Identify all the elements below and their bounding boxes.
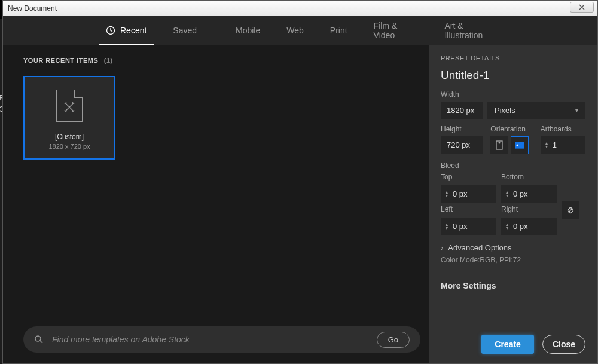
artboards-stepper[interactable]: ▴▾ bbox=[541, 136, 585, 154]
advanced-options-label: Advanced Options bbox=[448, 243, 511, 252]
tab-label: Film & Video bbox=[374, 21, 419, 40]
bleed-top-stepper[interactable]: ▴▾ bbox=[441, 185, 496, 203]
tab-print[interactable]: Print bbox=[317, 16, 361, 45]
bleed-top-input[interactable] bbox=[451, 185, 473, 203]
height-input[interactable] bbox=[441, 136, 483, 154]
stepper-arrows-icon[interactable]: ▴▾ bbox=[506, 191, 508, 198]
preset-dimensions: 1820 x 720 px bbox=[48, 143, 90, 150]
tab-art-illustration[interactable]: Art & Illustration bbox=[431, 16, 514, 45]
titlebar: New Document bbox=[3, 1, 597, 16]
stepper-arrows-icon[interactable]: ▴▾ bbox=[446, 223, 448, 230]
preset-card-custom[interactable]: [Custom] 1820 x 720 px bbox=[23, 76, 115, 160]
window-title: New Document bbox=[8, 4, 57, 13]
advanced-options-toggle[interactable]: › Advanced Options bbox=[441, 243, 585, 252]
artboards-input[interactable] bbox=[551, 136, 572, 154]
clock-icon bbox=[106, 26, 115, 35]
label-height: Height bbox=[441, 125, 486, 133]
window-close-button[interactable] bbox=[570, 2, 594, 13]
stepper-arrows-icon[interactable]: ▴▾ bbox=[446, 191, 448, 198]
svg-point-3 bbox=[499, 142, 501, 144]
stock-search-bar: Go bbox=[23, 326, 420, 353]
stock-search-input[interactable] bbox=[52, 335, 368, 344]
bleed-right-stepper[interactable]: ▴▾ bbox=[501, 218, 557, 235]
label-left: Left bbox=[441, 205, 496, 213]
portrait-icon bbox=[495, 140, 504, 151]
svg-point-5 bbox=[517, 145, 518, 146]
label-bottom: Bottom bbox=[501, 173, 557, 181]
document-icon bbox=[56, 90, 83, 122]
preset-name: [Custom] bbox=[55, 133, 84, 141]
chevron-right-icon: › bbox=[441, 243, 443, 252]
tab-recent[interactable]: Recent bbox=[93, 16, 160, 45]
bleed-left-input[interactable] bbox=[451, 218, 473, 235]
stepper-arrows-icon[interactable]: ▴▾ bbox=[506, 223, 508, 230]
tab-label: Art & Illustration bbox=[444, 21, 501, 40]
tab-label: Web bbox=[286, 26, 304, 35]
bleed-left-stepper[interactable]: ▴▾ bbox=[441, 218, 496, 235]
tab-label: Print bbox=[330, 26, 347, 35]
bleed-bottom-stepper[interactable]: ▴▾ bbox=[501, 185, 557, 203]
tab-mobile[interactable]: Mobile bbox=[222, 16, 273, 45]
orientation-landscape-button[interactable] bbox=[511, 136, 529, 154]
label-artboards: Artboards bbox=[541, 125, 585, 133]
recent-items-header: YOUR RECENT ITEMS (1) bbox=[23, 57, 408, 64]
close-button[interactable]: Close bbox=[542, 335, 585, 354]
label-orientation: Orientation bbox=[490, 125, 535, 133]
label-bleed: Bleed bbox=[441, 161, 585, 170]
search-go-button[interactable]: Go bbox=[377, 332, 410, 348]
label-top: Top bbox=[441, 173, 496, 181]
tab-saved[interactable]: Saved bbox=[160, 16, 210, 45]
tab-web[interactable]: Web bbox=[273, 16, 317, 45]
units-dropdown[interactable]: Pixels ▾ bbox=[487, 102, 585, 119]
bleed-bottom-input[interactable] bbox=[512, 185, 533, 203]
category-tabbar: Recent Saved Mobile Web Print Film & Vid… bbox=[3, 16, 597, 45]
bleed-link-button[interactable] bbox=[562, 201, 579, 219]
stepper-arrows-icon[interactable]: ▴▾ bbox=[545, 142, 548, 149]
tab-separator bbox=[216, 22, 216, 39]
close-icon bbox=[579, 4, 585, 10]
preset-details-panel: PRESET DETAILS Untitled-1 Width Pixels ▾… bbox=[429, 45, 597, 363]
search-icon bbox=[34, 335, 44, 344]
tab-label: Recent bbox=[120, 26, 147, 35]
width-input[interactable] bbox=[441, 102, 483, 119]
document-name[interactable]: Untitled-1 bbox=[441, 69, 585, 82]
presets-panel: YOUR RECENT ITEMS (1) [Custom] 1820 x 72… bbox=[3, 45, 429, 363]
tab-film-video[interactable]: Film & Video bbox=[361, 16, 432, 45]
create-button[interactable]: Create bbox=[481, 335, 534, 354]
color-mode-summary: Color Mode:RGB, PPI:72 bbox=[441, 256, 585, 264]
tab-label: Mobile bbox=[236, 26, 260, 35]
label-width: Width bbox=[441, 90, 585, 99]
link-icon bbox=[566, 206, 575, 215]
bleed-right-input[interactable] bbox=[512, 218, 533, 235]
units-value: Pixels bbox=[495, 106, 515, 115]
chevron-down-icon: ▾ bbox=[575, 107, 578, 114]
tab-label: Saved bbox=[173, 26, 197, 35]
orientation-portrait-button[interactable] bbox=[490, 136, 508, 154]
preset-details-header: PRESET DETAILS bbox=[441, 54, 585, 62]
label-right: Right bbox=[501, 205, 557, 213]
more-settings-button[interactable]: More Settings bbox=[441, 281, 585, 290]
landscape-icon bbox=[514, 140, 525, 150]
new-document-dialog: New Document Recent Saved Mobile Web Pri… bbox=[2, 0, 598, 364]
svg-point-1 bbox=[35, 336, 41, 341]
